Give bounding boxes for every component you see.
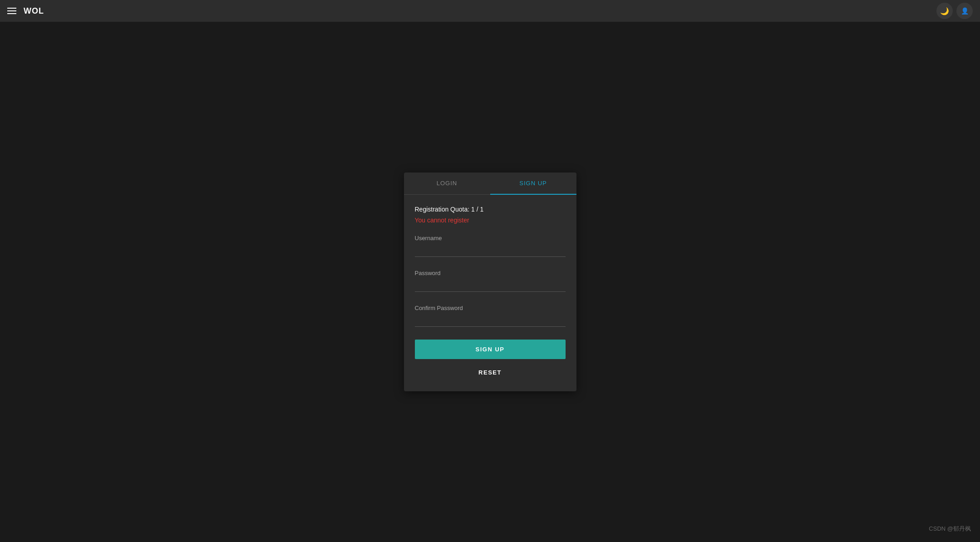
password-group: Password xyxy=(415,270,566,292)
moon-icon xyxy=(940,7,949,15)
card-body: Registration Quota: 1 / 1 You cannot reg… xyxy=(404,206,576,380)
error-message: You cannot register xyxy=(415,217,566,224)
confirm-password-label: Confirm Password xyxy=(415,305,566,311)
watermark: CSDN @郁丹枫 xyxy=(929,525,971,533)
navbar: WOL xyxy=(0,0,980,22)
main-content: LOGIN SIGN UP Registration Quota: 1 / 1 … xyxy=(0,22,980,542)
navbar-right xyxy=(936,3,973,19)
auth-tabs: LOGIN SIGN UP xyxy=(404,172,576,195)
reset-button[interactable]: RESET xyxy=(415,365,566,380)
user-menu-button[interactable] xyxy=(956,3,973,19)
app-title: WOL xyxy=(24,6,44,16)
username-group: Username xyxy=(415,235,566,257)
auth-card: LOGIN SIGN UP Registration Quota: 1 / 1 … xyxy=(404,172,576,391)
hamburger-icon[interactable] xyxy=(7,8,16,14)
tab-login[interactable]: LOGIN xyxy=(404,172,490,195)
username-label: Username xyxy=(415,235,566,241)
password-input[interactable] xyxy=(415,280,566,292)
user-icon xyxy=(961,7,969,15)
signup-button[interactable]: SIGN UP xyxy=(415,340,566,359)
password-label: Password xyxy=(415,270,566,276)
navbar-left: WOL xyxy=(7,6,44,16)
confirm-password-group: Confirm Password xyxy=(415,305,566,327)
registration-quota: Registration Quota: 1 / 1 xyxy=(415,206,566,213)
confirm-password-input[interactable] xyxy=(415,315,566,327)
tab-signup[interactable]: SIGN UP xyxy=(490,172,576,195)
username-input[interactable] xyxy=(415,245,566,257)
theme-toggle-button[interactable] xyxy=(936,3,953,19)
